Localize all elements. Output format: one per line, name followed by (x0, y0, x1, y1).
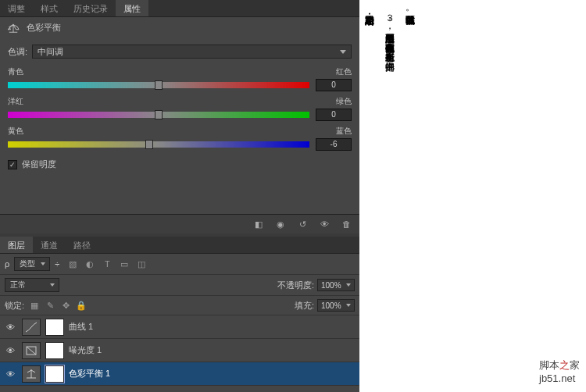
layer-row[interactable]: 👁 色彩平衡 1 (0, 362, 359, 386)
tab-layers[interactable]: 图层 (0, 237, 33, 253)
article-title: 后期思路： (363, 8, 377, 384)
visibility-toggle[interactable]: 👁 (3, 369, 17, 379)
label-cyan: 青色 (8, 66, 23, 77)
preserve-luminosity-label: 保留明度 (22, 159, 56, 170)
blend-row: 正常 不透明度: 100% (0, 275, 359, 296)
properties-body: 色调: 中间调 青色 红色 0 洋红 绿色 (0, 38, 359, 175)
curves-icon (22, 319, 41, 336)
delete-icon[interactable]: 🗑 (339, 218, 353, 230)
view-previous-icon[interactable]: ◉ (273, 218, 288, 230)
tab-adjustments[interactable]: 调整 (0, 0, 33, 16)
preserve-luminosity-checkbox[interactable]: ✓ (8, 160, 17, 169)
lock-position-icon[interactable]: ✥ (60, 301, 71, 311)
layer-mask-thumb[interactable] (45, 319, 64, 336)
layer-name[interactable]: 色彩平衡 1 (69, 368, 110, 380)
slider-track-2[interactable] (8, 112, 309, 118)
layer-name[interactable]: 曲线 1 (69, 321, 93, 333)
reset-icon[interactable]: ↺ (295, 218, 309, 230)
properties-tabbar: 调整 样式 历史记录 属性 (0, 0, 359, 17)
properties-spacer (0, 175, 359, 214)
layers-panel: ρ 类型 ÷ ▧ ◐ T ▭ ◫ 正常 不透明度: 100% 锁定: ▦ ✎ (0, 254, 359, 392)
label-blue: 蓝色 (336, 126, 352, 137)
lock-transparent-icon[interactable]: ▦ (29, 301, 40, 311)
visibility-icon[interactable]: 👁 (317, 218, 331, 230)
tone-select[interactable]: 中间调 (32, 45, 352, 59)
label-magenta: 洋红 (8, 96, 23, 107)
label-yellow: 黄色 (8, 126, 23, 137)
visibility-toggle[interactable]: 👁 (3, 323, 17, 332)
svg-line-1 (27, 347, 36, 355)
lock-pixels-icon[interactable]: ✎ (45, 301, 55, 311)
fill-label: 填充: (295, 300, 314, 312)
opacity-label: 不透明度: (277, 280, 314, 291)
article-line-2: 然后往黄色偏移就可以啦。 (403, 8, 417, 384)
label-red: 红色 (336, 66, 352, 77)
tab-channels[interactable]: 通道 (33, 237, 66, 253)
exposure-icon (22, 342, 41, 359)
slider-cyan-red: 青色 红色 0 (8, 66, 352, 91)
layer-name[interactable]: 曝光度 1 (69, 344, 102, 356)
filter-shape-icon[interactable]: ▭ (119, 259, 130, 269)
photoshop-panel: 调整 样式 历史记录 属性 色彩平衡 色调: 中间调 青色 红色 0 (0, 0, 359, 392)
slider-magenta-green: 洋红 绿色 0 (8, 96, 352, 121)
lock-all-icon[interactable]: 🔒 (76, 301, 87, 311)
properties-footer: ◧ ◉ ↺ 👁 🗑 (0, 214, 359, 233)
slider-value-2[interactable]: 0 (316, 109, 352, 121)
clip-to-layer-icon[interactable]: ◧ (252, 218, 266, 230)
tab-properties[interactable]: 属性 (116, 0, 148, 16)
fill-value[interactable]: 100% (317, 299, 355, 312)
visibility-toggle[interactable]: 👁 (3, 346, 17, 355)
tab-paths[interactable]: 路径 (66, 237, 98, 253)
tab-styles[interactable]: 样式 (33, 0, 66, 16)
opacity-value[interactable]: 100% (317, 279, 355, 291)
tone-label: 色调: (8, 46, 27, 58)
slider-value-1[interactable]: 0 (316, 79, 352, 91)
slider-track-1[interactable] (8, 82, 309, 88)
slider-value-3[interactable]: -6 (316, 138, 352, 151)
lock-label: 锁定: (5, 300, 24, 312)
filter-pixel-icon[interactable]: ▧ (67, 259, 78, 269)
lock-row: 锁定: ▦ ✎ ✥ 🔒 填充: 100% (0, 296, 359, 315)
layer-row[interactable]: 👁 曲线 1 (0, 315, 359, 339)
slider-track-3[interactable] (8, 141, 309, 148)
watermark: 脚本之家 jb51.net (539, 358, 580, 384)
slider-knob-3[interactable] (145, 140, 153, 149)
slider-knob-1[interactable] (155, 80, 163, 90)
tab-history[interactable]: 历史记录 (66, 0, 116, 16)
layer-mask-thumb[interactable] (45, 342, 64, 359)
color-balance-icon (6, 23, 20, 34)
layer-filter-row: ρ 类型 ÷ ▧ ◐ T ▭ ◫ (0, 254, 359, 275)
layers-tabbar: 图层 通道 路径 (0, 237, 359, 254)
color-balance-icon (22, 365, 41, 383)
layer-mask-thumb[interactable] (45, 365, 64, 383)
filter-adjust-icon[interactable]: ◐ (84, 259, 95, 269)
layer-row[interactable]: 👁 曝光度 1 (0, 339, 359, 362)
slider-yellow-blue: 黄色 蓝色 -6 (8, 126, 352, 151)
filter-type-select[interactable]: 类型 (14, 257, 50, 271)
filter-smart-icon[interactable]: ◫ (136, 259, 147, 269)
properties-header: 色彩平衡 (0, 17, 359, 38)
properties-title: 色彩平衡 (27, 22, 61, 34)
filter-type-icon[interactable]: T (102, 259, 113, 269)
article-line-1: ３．添加两层品色图层过后，画面整体色彩会有点偏欠暖色。所有在色彩平衡里，选择中间 (383, 8, 397, 384)
label-green: 绿色 (336, 96, 352, 107)
slider-knob-2[interactable] (155, 110, 163, 119)
blend-mode-select[interactable]: 正常 (5, 278, 59, 292)
article-column: 后期思路： ３．添加两层品色图层过后，画面整体色彩会有点偏欠暖色。所有在色彩平衡… (359, 0, 586, 392)
layers-list: 👁 曲线 1 👁 曝光度 1 👁 色彩平衡 1 (0, 315, 359, 392)
